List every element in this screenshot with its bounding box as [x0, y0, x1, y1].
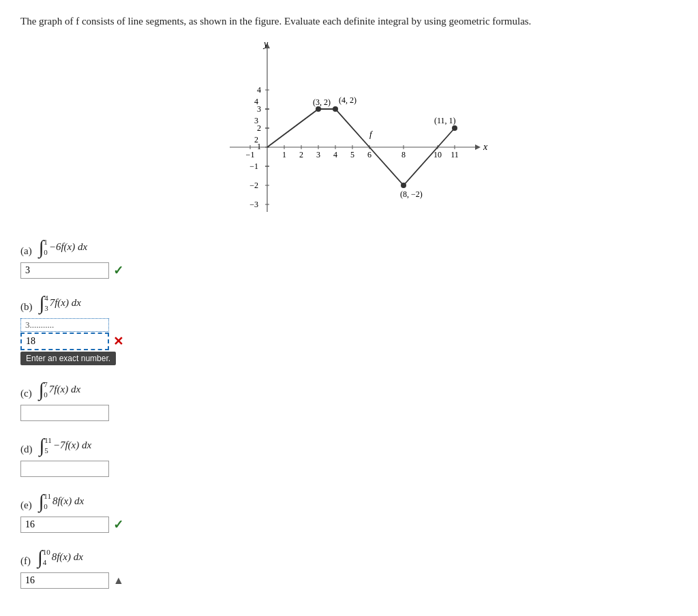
- integrand-c: 7f(x) dx: [49, 384, 80, 395]
- tooltip-b: Enter an exact number.: [20, 352, 116, 365]
- part-f-label: (f) ∫ 10 4 8f(x) dx: [20, 548, 83, 567]
- function-label: f: [369, 129, 374, 139]
- upper-f: 10: [43, 549, 50, 556]
- svg-text:−3: −3: [249, 200, 258, 209]
- svg-marker-2: [475, 144, 481, 150]
- integrand-b: 7f(x) dx: [50, 297, 81, 309]
- point-11-1: [452, 125, 457, 131]
- upper-d: 11: [44, 437, 52, 444]
- limits-e: 11 0: [44, 493, 51, 510]
- integral-symbol-a: ∫: [39, 238, 44, 257]
- part-b: (b) ∫ 4 3 7f(x) dx 3........... ✕ Enter …: [20, 294, 678, 365]
- suggestion-b: 3...........: [20, 318, 109, 332]
- up-arrow-f: ▲: [113, 574, 124, 587]
- check-icon-a: ✓: [113, 263, 123, 278]
- part-d-answer-row: [20, 461, 109, 477]
- function-graph: x y 4 3 2 4 3 2 1 −1 −2 −3: [202, 42, 496, 219]
- part-d: (d) ∫ 11 5 −7f(x) dx: [20, 436, 678, 477]
- part-d-label: (d) ∫ 11 5 −7f(x) dx: [20, 436, 91, 455]
- lower-f: 4: [43, 559, 47, 566]
- part-e-id: (e): [20, 499, 32, 511]
- y-axis-label: y: [262, 42, 269, 49]
- answer-input-a[interactable]: 3: [20, 262, 109, 279]
- part-c-answer-row: [20, 405, 109, 421]
- lower-c: 0: [44, 391, 48, 399]
- x-icon-b: ✕: [113, 334, 123, 349]
- svg-text:2: 2: [257, 123, 261, 133]
- point-3-2: [316, 106, 321, 112]
- answer-input-d[interactable]: [20, 461, 109, 477]
- part-e-answer-row: ✓: [20, 517, 123, 533]
- svg-text:1: 1: [257, 142, 261, 151]
- svg-text:(3, 2): (3, 2): [313, 97, 331, 107]
- svg-text:8: 8: [401, 150, 406, 159]
- part-e: (e) ∫ 11 0 8f(x) dx ✓: [20, 492, 678, 533]
- integrand-d: −7f(x) dx: [53, 440, 91, 451]
- part-c: (c) ∫ 7 0 7f(x) dx: [20, 380, 678, 421]
- answer-input-c[interactable]: [20, 405, 109, 421]
- part-b-label: (b) ∫ 4 3 7f(x) dx: [20, 294, 81, 313]
- svg-text:3: 3: [257, 104, 261, 114]
- problem-text: The graph of f consists of line segments…: [20, 14, 678, 29]
- upper-c: 7: [44, 381, 48, 388]
- answer-input-f[interactable]: [20, 572, 109, 589]
- integral-symbol-c: ∫: [39, 380, 44, 399]
- lower-b: 3: [44, 305, 48, 312]
- lower-e: 0: [44, 503, 48, 510]
- svg-text:(4, 2): (4, 2): [339, 95, 356, 105]
- svg-text:5: 5: [350, 150, 354, 159]
- integral-symbol-f: ∫: [37, 548, 43, 567]
- part-d-id: (d): [20, 444, 33, 455]
- upper-a: 1: [44, 238, 48, 246]
- part-a: (a) ∫ 1 0 −6f(x) dx 3 ✓: [20, 238, 678, 279]
- integrand-f: 8f(x) dx: [52, 551, 83, 563]
- svg-text:3: 3: [316, 150, 320, 159]
- point-8-neg2: [401, 183, 406, 188]
- part-f: (f) ∫ 10 4 8f(x) dx ▲: [20, 548, 678, 589]
- limits-f: 10 4: [43, 549, 50, 566]
- graph-container: x y 4 3 2 4 3 2 1 −1 −2 −3: [20, 42, 678, 219]
- check-icon-e: ✓: [113, 517, 123, 532]
- integrand-e: 8f(x) dx: [52, 495, 84, 507]
- lower-d: 5: [44, 447, 48, 455]
- part-a-answer-row: 3 ✓: [20, 262, 123, 279]
- svg-text:1: 1: [282, 150, 286, 159]
- limits-a: 1 0: [44, 238, 48, 256]
- limits-c: 7 0: [44, 381, 48, 399]
- svg-text:(11, 1): (11, 1): [434, 116, 456, 125]
- integral-symbol-b: ∫: [40, 294, 45, 313]
- point-4-2: [333, 106, 338, 112]
- limits-d: 11 5: [44, 437, 52, 455]
- upper-e: 11: [44, 493, 51, 500]
- part-f-answer-row: ▲: [20, 572, 124, 589]
- part-b-id: (b): [20, 301, 33, 313]
- part-f-id: (f): [20, 555, 31, 567]
- limits-b: 4 3: [44, 294, 48, 312]
- svg-text:4: 4: [333, 150, 337, 159]
- svg-text:2: 2: [299, 150, 303, 159]
- lower-a: 0: [44, 249, 48, 256]
- integral-symbol-d: ∫: [40, 436, 45, 455]
- svg-text:−1: −1: [249, 161, 258, 171]
- x-axis-label: x: [483, 142, 488, 152]
- part-a-label: (a) ∫ 1 0 −6f(x) dx: [20, 238, 87, 257]
- part-a-id: (a): [20, 245, 32, 257]
- svg-text:6: 6: [367, 150, 371, 159]
- svg-text:10: 10: [434, 150, 442, 159]
- svg-text:11: 11: [451, 150, 459, 159]
- upper-b: 4: [44, 294, 48, 302]
- svg-text:4: 4: [257, 85, 261, 95]
- integral-symbol-e: ∫: [39, 492, 44, 511]
- answer-input-b[interactable]: [20, 333, 109, 350]
- part-e-label: (e) ∫ 11 0 8f(x) dx: [20, 492, 84, 511]
- integrand-a: −6f(x) dx: [49, 241, 87, 253]
- part-b-answer-row: 3........... ✕ Enter an exact number.: [20, 318, 123, 365]
- svg-text:(8, −2): (8, −2): [400, 189, 423, 199]
- svg-text:−1: −1: [246, 150, 255, 159]
- answer-input-e[interactable]: [20, 517, 109, 533]
- svg-text:−2: −2: [249, 181, 258, 190]
- part-c-label: (c) ∫ 7 0 7f(x) dx: [20, 380, 80, 399]
- part-c-id: (c): [20, 388, 32, 399]
